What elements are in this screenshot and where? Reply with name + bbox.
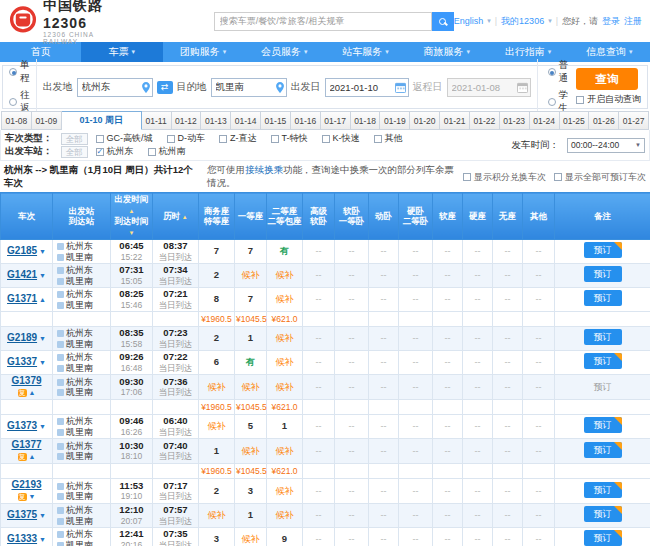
date-tab-01-20[interactable]: 01-20: [410, 111, 440, 130]
expand-arrow-icon[interactable]: ▼: [37, 423, 46, 430]
date-tab-01-13[interactable]: 01-13: [201, 111, 231, 130]
date-tab-01-21[interactable]: 01-21: [440, 111, 470, 130]
auto-query-checkbox[interactable]: 开启自动查询: [576, 93, 641, 106]
register-link[interactable]: 注册: [624, 15, 642, 28]
expand-arrow-icon[interactable]: ▼: [29, 493, 36, 500]
login-link[interactable]: 登录: [602, 15, 620, 28]
date-tab-01-23[interactable]: 01-23: [500, 111, 530, 130]
train-no-link[interactable]: G1379: [11, 375, 41, 386]
english-link[interactable]: English: [454, 16, 484, 26]
col-header-5[interactable]: 一等座: [235, 193, 267, 240]
transfer-link[interactable]: 接续换乘: [245, 164, 283, 175]
book-button[interactable]: 预订: [584, 442, 622, 458]
trip-type-radio-0[interactable]: 单程: [9, 59, 32, 85]
train-type-checkbox-2[interactable]: Z-直达: [219, 132, 257, 145]
train-no-link[interactable]: G2189: [7, 332, 37, 343]
show-points-checkbox[interactable]: 显示积分兑换车次: [463, 171, 546, 184]
train-no-link[interactable]: G1377: [11, 439, 41, 450]
date-tab-01-25[interactable]: 01-25: [560, 111, 590, 130]
train-no-link[interactable]: G1337: [7, 356, 37, 367]
book-button[interactable]: 预订: [584, 266, 622, 282]
col-header-0[interactable]: 车次: [1, 193, 53, 240]
book-button[interactable]: 预订: [584, 353, 622, 369]
train-no-link[interactable]: G1333: [7, 533, 37, 544]
my12306-link[interactable]: 我的12306: [501, 15, 544, 28]
col-header-12[interactable]: 硬座: [463, 193, 493, 240]
book-button[interactable]: 预订: [584, 329, 622, 345]
sort-down-icon[interactable]: ▼: [129, 230, 135, 236]
nav-item-group-services[interactable]: 团购服务▾: [163, 42, 244, 62]
train-no-link[interactable]: G1371: [7, 293, 37, 304]
book-button[interactable]: 预订: [584, 417, 622, 433]
query-button[interactable]: 查询: [576, 68, 638, 90]
date-tab-01-15[interactable]: 01-15: [261, 111, 291, 130]
col-header-7[interactable]: 高级软卧: [303, 193, 335, 240]
expand-arrow-icon[interactable]: ▼: [37, 536, 46, 543]
date-tab-01-24[interactable]: 01-24: [530, 111, 560, 130]
train-type-checkbox-5[interactable]: 其他: [374, 132, 403, 145]
book-button[interactable]: 预订: [584, 530, 622, 546]
to-input[interactable]: [212, 79, 286, 96]
calendar-icon[interactable]: [395, 82, 406, 95]
col-header-3[interactable]: 历时 ▲: [153, 193, 199, 240]
date-tab-01-10[interactable]: 01-10 周日: [62, 111, 142, 130]
show-all-checkbox[interactable]: 显示全部可预订车次: [554, 171, 646, 184]
book-button[interactable]: 预订: [584, 290, 622, 306]
nav-item-station-services[interactable]: 站车服务▾: [325, 42, 406, 62]
col-header-6[interactable]: 二等座二等包座: [267, 193, 303, 240]
date-tab-01-22[interactable]: 01-22: [470, 111, 500, 130]
nav-item-business-travel[interactable]: 商旅服务▾: [406, 42, 487, 62]
train-type-checkbox-1[interactable]: D-动车: [167, 132, 206, 145]
expand-arrow-icon[interactable]: ▲: [29, 389, 36, 396]
col-header-8[interactable]: 软卧一等卧: [335, 193, 369, 240]
col-header-14[interactable]: 其他: [523, 193, 555, 240]
expand-arrow-icon[interactable]: ▼: [37, 248, 46, 255]
depart-time-select[interactable]: 00:00--24:00 ▼: [567, 138, 645, 153]
train-type-checkbox-0[interactable]: GC-高铁/城: [96, 132, 153, 145]
date-tab-01-14[interactable]: 01-14: [231, 111, 261, 130]
date-tab-01-16[interactable]: 01-16: [291, 111, 321, 130]
station-checkbox-1[interactable]: 杭州南: [148, 145, 186, 158]
date-tab-01-18[interactable]: 01-18: [351, 111, 381, 130]
book-button[interactable]: 预订: [584, 506, 622, 522]
col-header-10[interactable]: 硬卧二等卧: [399, 193, 433, 240]
expand-arrow-icon[interactable]: ▲: [37, 296, 46, 303]
station-all-button[interactable]: 全部: [61, 146, 88, 158]
sort-up-icon[interactable]: ▲: [129, 208, 135, 214]
logo[interactable]: 中国铁路12306 12306 CHINA RAILWAY: [8, 0, 122, 45]
col-header-2[interactable]: 出发时间 ▲到达时间 ▼: [111, 193, 153, 240]
passenger-type-radio-0[interactable]: 普通: [548, 59, 569, 85]
expand-arrow-icon[interactable]: ▼: [37, 359, 46, 366]
date-tab-01-26[interactable]: 01-26: [589, 111, 619, 130]
swap-stations-icon[interactable]: ⇄: [157, 81, 173, 94]
date-tab-01-08[interactable]: 01-08: [1, 111, 32, 130]
train-type-checkbox-3[interactable]: T-特快: [271, 132, 308, 145]
search-input[interactable]: [214, 12, 432, 31]
sort-up-icon[interactable]: ▲: [180, 214, 188, 220]
col-header-13[interactable]: 无座: [493, 193, 523, 240]
date-tab-01-27[interactable]: 01-27: [619, 111, 649, 130]
book-button[interactable]: 预订: [584, 242, 622, 258]
expand-arrow-icon[interactable]: ▲: [29, 453, 36, 460]
col-header-9[interactable]: 动卧: [369, 193, 399, 240]
date-tab-01-09[interactable]: 01-09: [32, 111, 62, 130]
train-no-link[interactable]: G1373: [7, 420, 37, 431]
col-header-11[interactable]: 软座: [433, 193, 463, 240]
station-checkbox-0[interactable]: 杭州东: [96, 145, 134, 158]
expand-arrow-icon[interactable]: ▼: [37, 272, 46, 279]
train-no-link[interactable]: G2185: [7, 245, 37, 256]
from-input[interactable]: [78, 79, 152, 96]
col-header-1[interactable]: 出发站到达站: [53, 193, 111, 240]
train-no-link[interactable]: G2193: [11, 479, 41, 490]
search-button[interactable]: [432, 12, 454, 31]
col-header-15[interactable]: 备注: [555, 193, 650, 240]
train-no-link[interactable]: G1421: [7, 269, 37, 280]
col-header-4[interactable]: 商务座特等座: [199, 193, 235, 240]
nav-item-tickets[interactable]: 车票▾: [81, 42, 162, 62]
expand-arrow-icon[interactable]: ▼: [37, 512, 46, 519]
book-button[interactable]: 预订: [584, 482, 622, 498]
date-tab-01-12[interactable]: 01-12: [172, 111, 202, 130]
expand-arrow-icon[interactable]: ▼: [37, 335, 46, 342]
train-no-link[interactable]: G1375: [7, 509, 37, 520]
date-tab-01-11[interactable]: 01-11: [142, 111, 172, 130]
